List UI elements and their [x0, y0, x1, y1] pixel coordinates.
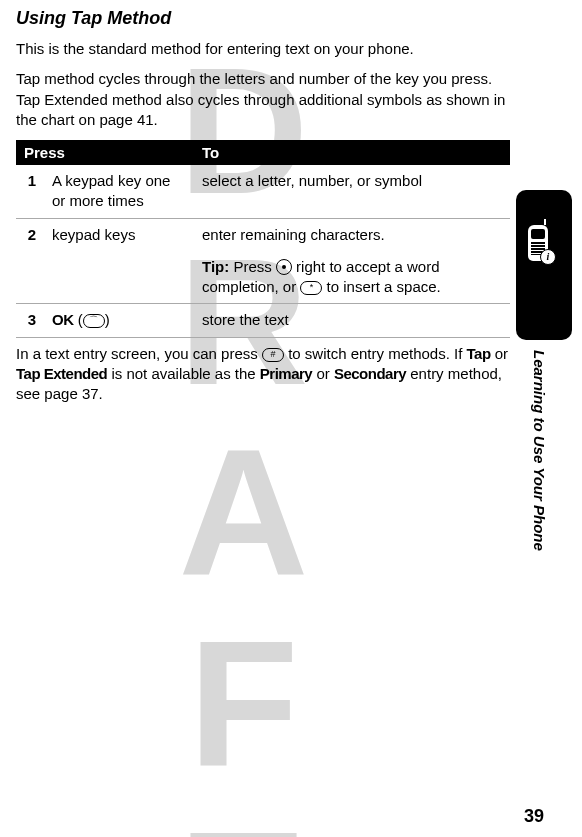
press-cell: keypad keys: [44, 218, 194, 251]
page-number: 39: [524, 806, 544, 827]
press-cell: A keypad key one or more times: [44, 165, 194, 218]
tip-cell: Tip: Press right to accept a word comple…: [194, 251, 510, 304]
to-cell: store the text: [194, 304, 510, 337]
step-number: 2: [16, 218, 44, 251]
star-key-icon: *: [300, 281, 322, 295]
right-softkey-icon: ⌒: [83, 314, 105, 328]
page-heading: Using Tap Method: [16, 8, 510, 29]
side-tab: i: [516, 190, 572, 340]
table-row: 1 A keypad key one or more times select …: [16, 165, 510, 218]
intro-paragraph-1: This is the standard method for entering…: [16, 39, 510, 59]
table-row: 3 OK (⌒) store the text: [16, 304, 510, 337]
table-row-tip: Tip: Press right to accept a word comple…: [16, 251, 510, 304]
to-cell: enter remaining characters.: [194, 218, 510, 251]
header-to: To: [194, 140, 510, 165]
hash-key-icon: #: [262, 348, 284, 362]
step-number: 1: [16, 165, 44, 218]
to-cell: select a letter, number, or symbol: [194, 165, 510, 218]
press-cell: OK (⌒): [44, 304, 194, 337]
table-row: 2 keypad keys enter remaining characters…: [16, 218, 510, 251]
nav-key-icon: [276, 259, 292, 275]
phone-icon: i: [528, 225, 548, 261]
intro-paragraph-2: Tap method cycles through the letters an…: [16, 69, 510, 130]
step-number: 3: [16, 304, 44, 337]
closing-paragraph: In a text entry screen, you can press # …: [16, 344, 510, 405]
instructions-table: Press To 1 A keypad key one or more time…: [16, 140, 510, 338]
header-press: Press: [16, 140, 194, 165]
info-badge-icon: i: [540, 249, 556, 265]
section-label: Learning to Use Your Phone: [531, 350, 548, 551]
